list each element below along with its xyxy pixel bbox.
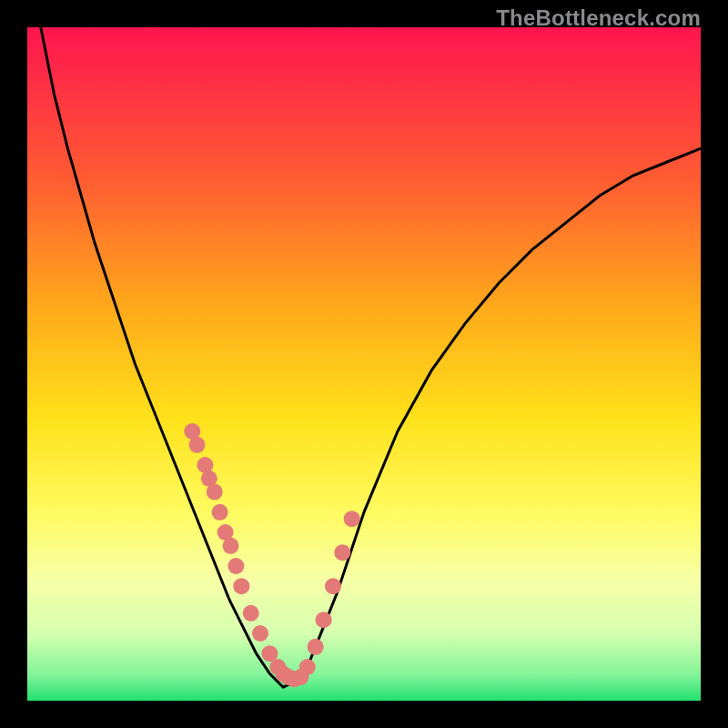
dot (189, 437, 206, 453)
dot (207, 484, 223, 500)
dot (344, 511, 360, 527)
dot (228, 558, 244, 574)
dot (223, 538, 239, 554)
dot (308, 639, 324, 655)
dot (233, 578, 249, 594)
dot (316, 612, 332, 628)
chart-svg (27, 27, 701, 701)
dot (212, 504, 228, 521)
chart-frame: TheBottleneck.com (0, 0, 728, 728)
dot (243, 605, 259, 622)
dot (252, 625, 268, 642)
plot-area (27, 27, 701, 701)
dot (325, 578, 341, 594)
gradient-background (27, 27, 701, 701)
dot (334, 544, 350, 561)
dot (299, 659, 316, 675)
